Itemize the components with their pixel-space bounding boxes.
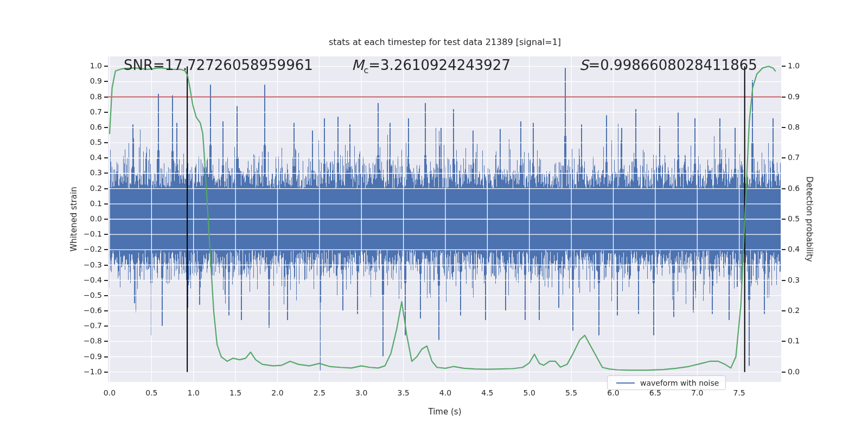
y-tick-label-right: 0.2: [788, 306, 800, 315]
legend-label: waveform with noise: [640, 379, 719, 387]
y-tick-label-left: 0.0: [76, 214, 102, 223]
y-tick-mark-right: [782, 219, 786, 220]
x-tick-label: 5.5: [565, 388, 577, 397]
y-tick-mark-left: [104, 219, 108, 220]
y-tick-label-left: 0.3: [76, 168, 102, 177]
y-tick-mark-right: [782, 157, 786, 158]
y-tick-mark-left: [104, 142, 108, 143]
annotation-m: Mc=3.2610924243927: [352, 57, 510, 75]
y-tick-mark-right: [782, 310, 786, 311]
y-tick-mark-left: [104, 234, 108, 235]
y-tick-label-left: 0.1: [76, 199, 102, 208]
y-tick-label-left: 0.7: [76, 107, 102, 116]
legend: waveform with noise: [607, 375, 726, 390]
y-tick-label-left: −0.2: [76, 245, 102, 253]
x-tick-label: 2.5: [314, 388, 326, 397]
y-tick-label-left: −0.8: [76, 336, 102, 345]
y-tick-label-right: 0.3: [788, 276, 800, 284]
y-tick-label-left: 1.0: [76, 61, 102, 70]
y-tick-label-right: 0.4: [788, 245, 800, 253]
y-tick-mark-right: [782, 188, 786, 189]
y-tick-mark-left: [104, 249, 108, 250]
y-tick-mark-right: [782, 341, 786, 342]
x-tick-label: 1.0: [188, 388, 200, 397]
annotation-s: S=0.9986608028411865: [579, 57, 757, 73]
y-tick-label-right: 0.6: [788, 184, 800, 193]
x-axis-label: Time (s): [429, 407, 462, 417]
y-tick-mark-left: [104, 265, 108, 266]
y-tick-mark-left: [104, 173, 108, 174]
y-tick-label-right: 0.0: [788, 367, 800, 376]
y-tick-mark-left: [104, 188, 108, 189]
y-axis-label-left: Whitened strain: [69, 187, 79, 251]
y-tick-label-left: 0.5: [76, 138, 102, 146]
y-tick-mark-left: [104, 372, 108, 373]
y-tick-mark-right: [782, 66, 786, 67]
y-tick-mark-left: [104, 157, 108, 158]
x-tick-label: 0.5: [145, 388, 157, 397]
y-tick-mark-right: [782, 372, 786, 373]
y-tick-mark-left: [104, 127, 108, 128]
y-tick-mark-left: [104, 203, 108, 205]
y-tick-label-right: 0.7: [788, 153, 800, 162]
annotation-snr: SNR=17.72726058959961: [124, 57, 313, 73]
y-tick-mark-left: [104, 326, 108, 327]
x-tick-label: 1.5: [229, 388, 241, 397]
y-tick-label-left: −0.3: [76, 260, 102, 269]
x-tick-label: 3.5: [397, 388, 409, 397]
x-tick-label: 4.5: [481, 388, 493, 397]
y-tick-label-left: 0.9: [76, 76, 102, 85]
chart-title: stats at each timestep for test data 213…: [329, 37, 561, 47]
x-tick-label: 7.5: [733, 388, 745, 397]
y-axis-label-right: Detection probability: [805, 176, 814, 262]
y-tick-label-left: −0.5: [76, 291, 102, 299]
y-tick-label-right: 0.9: [788, 92, 800, 101]
x-tick-label: 0.0: [104, 388, 116, 397]
y-tick-mark-left: [104, 310, 108, 311]
y-tick-mark-left: [104, 341, 108, 342]
y-tick-label-left: −0.7: [76, 321, 102, 330]
y-tick-label-left: 0.8: [76, 92, 102, 101]
y-tick-mark-left: [104, 97, 108, 98]
y-tick-label-left: −0.9: [76, 352, 102, 361]
y-tick-label-right: 0.8: [788, 123, 800, 131]
y-tick-mark-left: [104, 280, 108, 281]
y-tick-mark-right: [782, 97, 786, 98]
y-tick-mark-left: [104, 295, 108, 296]
y-tick-mark-left: [104, 356, 108, 358]
y-tick-label-left: −0.6: [76, 306, 102, 315]
y-tick-label-left: −0.1: [76, 229, 102, 238]
y-tick-mark-right: [782, 249, 786, 250]
y-tick-label-right: 0.1: [788, 336, 800, 345]
y-tick-label-left: 0.4: [76, 153, 102, 162]
y-tick-label-right: 0.5: [788, 214, 800, 223]
y-tick-mark-right: [782, 127, 786, 128]
x-tick-label: 2.0: [271, 388, 283, 397]
x-tick-label: 4.0: [439, 388, 451, 397]
x-tick-label: 3.0: [355, 388, 367, 397]
figure: stats at each timestep for test data 213…: [0, 0, 868, 434]
y-tick-mark-left: [104, 112, 108, 113]
y-tick-label-left: 0.2: [76, 184, 102, 193]
y-tick-mark-left: [104, 66, 108, 67]
y-tick-mark-right: [782, 280, 786, 281]
y-tick-label-left: 0.6: [76, 123, 102, 131]
legend-line-sample: [616, 382, 635, 384]
y-tick-label-right: 1.0: [788, 61, 800, 70]
y-tick-label-left: −1.0: [76, 367, 102, 376]
y-tick-label-left: −0.4: [76, 276, 102, 284]
x-tick-label: 5.0: [524, 388, 535, 397]
y-tick-mark-left: [104, 81, 108, 82]
